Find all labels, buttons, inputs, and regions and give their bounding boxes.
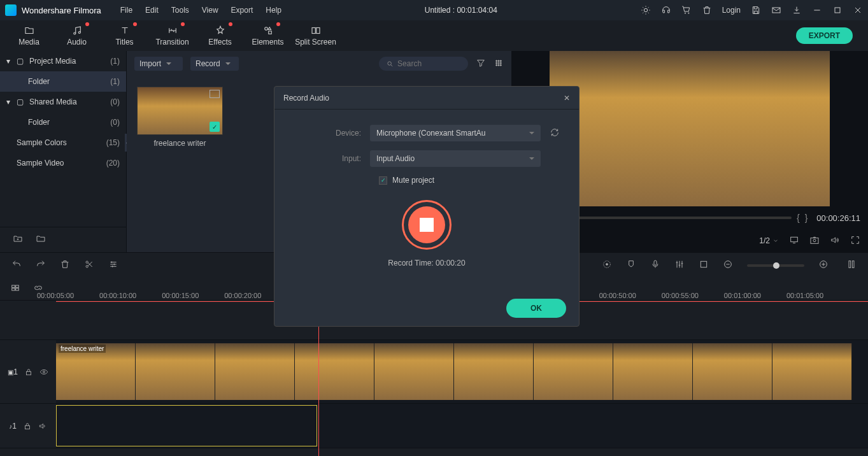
minimize-icon[interactable]	[812, 5, 822, 15]
export-button[interactable]: EXPORT	[796, 27, 853, 44]
lock-icon[interactable]	[24, 367, 33, 376]
sidebar-item[interactable]: Sample Colors(15)	[0, 132, 126, 153]
app-name: Wondershare Filmora	[22, 6, 101, 15]
record-button[interactable]	[402, 200, 452, 250]
preview-ratio[interactable]: 1/2	[759, 236, 779, 245]
tab-effects[interactable]: Effects	[196, 22, 244, 49]
tips-icon[interactable]	[641, 5, 651, 15]
sidebar-item[interactable]: Folder(0)	[0, 112, 126, 132]
tab-media[interactable]: Media	[5, 22, 53, 49]
sidebar-item[interactable]: Folder(1)	[0, 71, 126, 92]
mark-in-icon[interactable]: {	[797, 213, 800, 223]
menu-view[interactable]: View	[202, 6, 218, 15]
color-icon[interactable]	[602, 259, 612, 271]
volume-icon[interactable]	[830, 235, 840, 247]
check-icon: ✓	[210, 122, 220, 132]
menu-help[interactable]: Help	[266, 6, 281, 15]
video-clip[interactable]: freelance writer	[56, 343, 852, 400]
display-icon[interactable]	[789, 235, 799, 247]
menu-file[interactable]: File	[120, 6, 132, 15]
preview-viewport[interactable]	[550, 51, 830, 206]
ruler-tick: 00:00:50:00	[618, 301, 681, 315]
svg-rect-19	[791, 237, 798, 241]
new-folder-icon[interactable]	[13, 234, 23, 246]
tab-audio[interactable]: Audio	[53, 22, 101, 49]
menu-edit[interactable]: Edit	[145, 6, 159, 15]
record-audio-dialog: Record Audio ✕ Device: Microphone (Conex…	[274, 86, 580, 327]
split-icon[interactable]	[84, 259, 94, 271]
record-dropdown[interactable]: Record	[190, 57, 239, 71]
crop-icon[interactable]	[699, 259, 709, 271]
zoom-out-icon[interactable]	[723, 259, 733, 271]
menu-tools[interactable]: Tools	[171, 6, 189, 15]
svg-rect-8	[316, 28, 319, 34]
delete-clip-icon[interactable]	[60, 259, 70, 271]
mark-out-icon[interactable]: }	[805, 213, 808, 223]
lock-icon[interactable]	[23, 422, 32, 431]
svg-rect-33	[16, 285, 19, 287]
svg-point-15	[500, 62, 501, 64]
menu-export[interactable]: Export	[231, 6, 253, 15]
snapshot-icon[interactable]	[809, 235, 820, 247]
support-icon[interactable]	[661, 5, 671, 15]
record-time: Record Time: 00:00:20	[294, 259, 560, 267]
media-label: freelance writer	[137, 139, 223, 148]
svg-point-10	[496, 60, 497, 61]
redo-icon[interactable]	[36, 259, 46, 271]
tab-elements[interactable]: Elements	[244, 22, 292, 49]
save-icon[interactable]	[751, 5, 761, 15]
close-icon[interactable]: ✕	[564, 94, 570, 103]
mail-icon[interactable]	[771, 5, 781, 15]
sidebar-item[interactable]: Sample Video(20)	[0, 153, 126, 173]
sidebar-item[interactable]: ▾▢Project Media(1)	[0, 51, 126, 71]
project-title: Untitled : 00:01:04:04	[281, 6, 641, 15]
undo-icon[interactable]	[11, 259, 22, 271]
media-thumbnail[interactable]: ✓	[137, 87, 223, 135]
close-icon[interactable]	[853, 5, 863, 15]
video-track: ▣1 freelance writer	[0, 340, 868, 404]
zoom-fit-icon[interactable]	[846, 259, 857, 271]
zoom-in-icon[interactable]	[818, 259, 829, 271]
input-select[interactable]: Input Audio	[370, 150, 541, 167]
tab-split-screen[interactable]: Split Screen	[292, 22, 339, 49]
ruler-tick: 00:00:10:00	[118, 301, 181, 315]
svg-rect-31	[852, 261, 854, 268]
eye-icon[interactable]	[39, 367, 48, 376]
delete-icon[interactable]	[702, 5, 712, 15]
tab-transition[interactable]: Transition	[148, 22, 196, 49]
svg-point-12	[500, 60, 501, 61]
sidebar: ▾▢Project Media(1)Folder(1)▾▢Shared Medi…	[0, 51, 127, 252]
audio-clip[interactable]	[56, 405, 317, 446]
refresh-icon[interactable]	[550, 127, 560, 139]
svg-point-25	[606, 264, 608, 266]
cart-icon[interactable]	[681, 5, 692, 15]
device-select[interactable]: Microphone (Conexant SmartAu	[370, 125, 541, 141]
maximize-icon[interactable]	[832, 5, 843, 15]
dialog-title: Record Audio	[283, 94, 564, 103]
ok-button[interactable]: OK	[506, 299, 566, 318]
media-item[interactable]: ✓ freelance writer	[137, 87, 223, 148]
tab-titles[interactable]: Titles	[101, 22, 148, 49]
main-tabs: MediaAudioTitlesTransitionEffectsElement…	[0, 20, 868, 51]
main-menu: File Edit Tools View Export Help	[120, 6, 281, 15]
sidebar-item[interactable]: ▾▢Shared Media(0)	[0, 92, 126, 112]
adjust-icon[interactable]	[108, 259, 118, 271]
search-input[interactable]	[379, 57, 468, 71]
svg-rect-7	[312, 28, 315, 34]
voiceover-icon[interactable]	[650, 259, 660, 271]
timeline-mode-icon[interactable]	[10, 283, 20, 295]
mixer-icon[interactable]	[674, 259, 685, 271]
mute-icon[interactable]	[38, 422, 47, 431]
filter-icon[interactable]	[476, 58, 486, 70]
playhead[interactable]	[318, 315, 319, 456]
import-dropdown[interactable]: Import	[134, 57, 183, 71]
download-icon[interactable]	[792, 5, 802, 15]
ruler-tick: 00:00:05:00	[56, 301, 118, 315]
marker-icon[interactable]	[626, 259, 636, 271]
zoom-slider[interactable]	[747, 264, 804, 267]
folder-icon[interactable]	[36, 234, 46, 246]
login-link[interactable]: Login	[722, 6, 741, 15]
mute-checkbox[interactable]: ✓	[379, 176, 387, 185]
grid-view-icon[interactable]	[494, 58, 504, 70]
fullscreen-icon[interactable]	[850, 235, 860, 247]
